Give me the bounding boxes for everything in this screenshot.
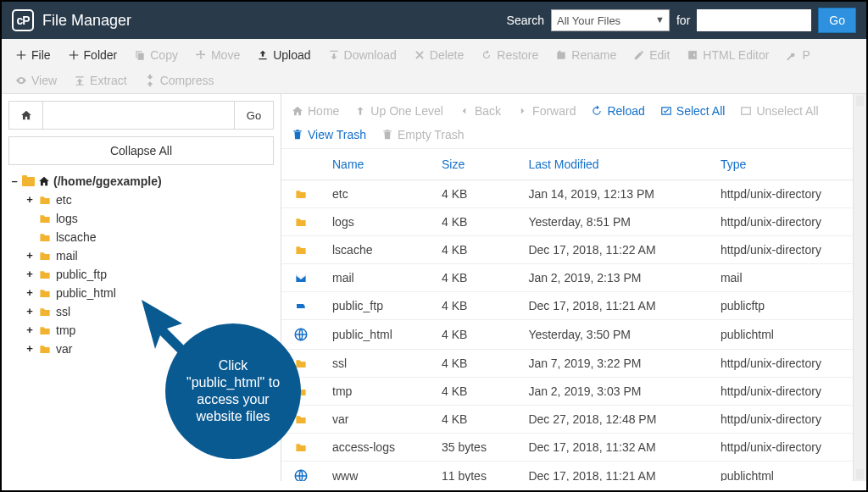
table-row[interactable]: access-logs35 bytesDec 17, 2018, 11:32 A… — [281, 434, 866, 462]
col-type[interactable]: Type — [709, 149, 866, 180]
tree-item-etc[interactable]: +etc — [25, 191, 274, 209]
view-trash-button[interactable]: View Trash — [290, 124, 368, 145]
table-row[interactable]: lscache4 KBDec 17, 2018, 11:22 AMhttpd/u… — [281, 236, 866, 264]
select-all-button[interactable]: Select All — [659, 101, 727, 121]
table-row[interactable]: var4 KBDec 27, 2018, 12:48 PMhttpd/unix-… — [281, 406, 866, 434]
toolbar-label: Compress — [160, 74, 214, 87]
table-row[interactable]: ssl4 KBJan 7, 2019, 3:22 PMhttpd/unix-di… — [281, 350, 866, 378]
collapse-icon[interactable]: – — [10, 172, 19, 191]
folder-icon — [37, 306, 53, 318]
tree-item-logs[interactable]: logs — [25, 209, 274, 228]
reload-button[interactable]: Reload — [589, 101, 646, 121]
rt-label: Unselect All — [756, 104, 818, 118]
cell-name: tmp — [320, 378, 430, 406]
toolbar-label: Move — [211, 48, 240, 62]
forward-icon — [516, 105, 528, 117]
toolbar-label: Rename — [571, 48, 616, 62]
folder-icon — [293, 188, 309, 201]
file-button[interactable]: File — [7, 42, 59, 68]
collapse-all-button[interactable]: Collapse All — [8, 136, 274, 165]
tree-item-mail[interactable]: +mail — [25, 246, 274, 265]
cell-size: 4 KB — [430, 350, 516, 378]
upload-button[interactable]: Upload — [248, 42, 319, 68]
home-button[interactable]: Home — [290, 101, 341, 121]
col-name[interactable]: Name — [320, 149, 430, 180]
col-modified[interactable]: Last Modified — [516, 149, 709, 180]
html-editor-button: HTML Editor — [678, 42, 777, 68]
view-button: View — [7, 68, 65, 93]
unselect-button[interactable]: Unselect All — [738, 101, 820, 121]
empty-trash-button[interactable]: Empty Trash — [380, 124, 466, 145]
table-row[interactable]: etc4 KBJan 14, 2019, 12:13 PMhttpd/unix-… — [281, 180, 866, 208]
expand-icon[interactable]: + — [25, 265, 34, 284]
tree-item-tmp[interactable]: +tmp — [25, 321, 274, 340]
tree-item-ssl[interactable]: +ssl — [25, 302, 274, 321]
cell-size: 4 KB — [430, 208, 516, 236]
cell-modified: Dec 17, 2018, 11:21 AM — [516, 292, 709, 320]
back-button[interactable]: Back — [457, 101, 503, 121]
expand-icon[interactable]: + — [25, 246, 34, 265]
plus-icon — [15, 49, 27, 61]
home-icon — [38, 175, 50, 187]
tree-root[interactable]: – (/home/ggexample) — [10, 172, 274, 191]
table-row[interactable]: public_html4 KBYesterday, 3:50 PMpublich… — [281, 320, 866, 350]
restore-icon — [481, 49, 492, 61]
cell-modified: Jan 14, 2019, 12:13 PM — [516, 180, 709, 208]
table-row[interactable]: mail4 KBJan 2, 2019, 2:13 PMmail — [281, 264, 866, 292]
toolbar-label: View — [31, 74, 57, 87]
trash-icon — [292, 129, 303, 141]
folder-icon — [37, 213, 53, 225]
cell-size: 4 KB — [430, 180, 516, 208]
tree-item-public_ftp[interactable]: +public_ftp — [25, 265, 274, 284]
ftp-icon — [293, 300, 309, 312]
table-row[interactable]: www11 bytesDec 17, 2018, 11:21 AMpublich… — [281, 462, 866, 482]
toolbar-label: Folder — [84, 48, 118, 62]
expand-icon[interactable]: + — [25, 191, 34, 209]
cell-size: 4 KB — [430, 236, 516, 264]
toolbar-label: P — [802, 48, 810, 62]
table-row[interactable]: public_ftp4 KBDec 17, 2018, 11:21 AMpubl… — [281, 292, 866, 320]
expand-icon[interactable]: + — [25, 284, 34, 302]
table-row[interactable]: logs4 KBYesterday, 8:51 PMhttpd/unix-dir… — [281, 208, 866, 236]
vertical-scrollbar[interactable] — [853, 94, 866, 481]
expand-icon[interactable]: + — [25, 321, 34, 340]
move-icon — [195, 49, 207, 61]
up-button[interactable]: Up One Level — [353, 101, 445, 121]
cell-type: httpd/unix-directory — [709, 236, 866, 264]
path-input[interactable] — [43, 102, 234, 129]
trash-icon — [381, 129, 393, 141]
expand-icon[interactable]: + — [25, 302, 34, 321]
rename-icon — [555, 49, 567, 61]
expand-icon[interactable]: + — [25, 340, 34, 358]
home-icon[interactable] — [9, 102, 43, 129]
eye-icon — [15, 75, 27, 86]
forward-button[interactable]: Forward — [515, 101, 577, 121]
search-scope-select[interactable]: All Your Files — [551, 9, 670, 31]
cell-type: httpd/unix-directory — [709, 378, 866, 406]
extract-button: Extract — [65, 68, 136, 93]
tree-item-label: tmp — [56, 321, 75, 340]
key-icon — [786, 49, 798, 61]
tree-item-public_html[interactable]: +public_html — [25, 284, 274, 302]
folder-icon — [293, 244, 309, 257]
col-size[interactable]: Size — [430, 149, 516, 180]
folder-button[interactable]: Folder — [59, 42, 126, 68]
path-go-button[interactable]: Go — [234, 102, 273, 129]
delete-button: Delete — [405, 42, 472, 68]
tree-item-var[interactable]: +var — [25, 340, 274, 358]
tree-item-label: ssl — [56, 302, 70, 321]
cell-size: 4 KB — [430, 378, 516, 406]
search-input[interactable] — [697, 9, 811, 31]
tree-item-lscache[interactable]: lscache — [25, 228, 274, 246]
cell-name: lscache — [320, 236, 430, 264]
cell-name: mail — [320, 264, 430, 292]
app-title: File Manager — [42, 12, 131, 30]
search-go-button[interactable]: Go — [818, 8, 856, 33]
cell-size: 4 KB — [430, 292, 516, 320]
folder-tree: – (/home/ggexample) +etclogslscache+mail… — [8, 172, 274, 358]
folder-icon — [293, 216, 309, 229]
rename-button: Rename — [547, 42, 625, 68]
rt-label: Forward — [532, 104, 576, 118]
cell-name: public_ftp — [320, 292, 430, 320]
table-row[interactable]: tmp4 KBJan 2, 2019, 3:03 PMhttpd/unix-di… — [281, 378, 866, 406]
